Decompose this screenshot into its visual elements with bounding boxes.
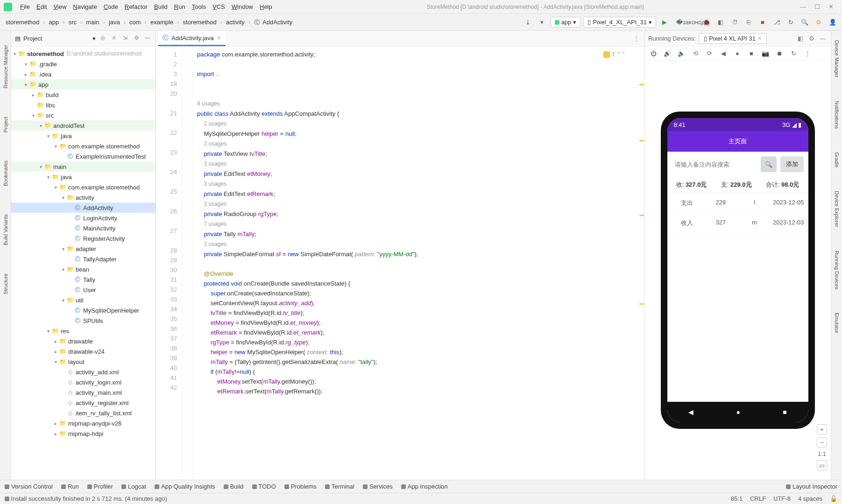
run-icon[interactable]: ▶ bbox=[659, 17, 670, 28]
volume-up-icon[interactable]: 🔊 bbox=[663, 50, 672, 57]
search-input[interactable] bbox=[672, 158, 757, 171]
screenshot-icon[interactable]: 📷 bbox=[761, 50, 770, 57]
tree-item-addactivity[interactable]: ⒸAddActivity bbox=[11, 203, 156, 213]
close-device-icon[interactable]: ✕ bbox=[757, 35, 762, 42]
error-stripe[interactable] bbox=[638, 47, 644, 480]
collapse-icon[interactable]: ⇲ bbox=[121, 35, 129, 43]
add-button[interactable]: 添加 bbox=[780, 156, 804, 172]
tree-item-util[interactable]: ▾📁util bbox=[11, 295, 156, 305]
breadcrumb-item[interactable]: storemethod bbox=[181, 18, 218, 27]
coverage-icon[interactable]: ◧ bbox=[715, 17, 726, 28]
power-icon[interactable]: ⏻ bbox=[649, 50, 658, 57]
rail-gradle[interactable]: Gradle bbox=[834, 152, 840, 168]
code-editor[interactable]: 1 2 3 19 20 21 22 23 24 25 26 27 28 29 3… bbox=[156, 47, 644, 480]
emulator-display[interactable]: 8:41 3G ◢ ▮ 主页面 🔍 添加 收: 327.0元 支: 229.0元 bbox=[644, 61, 831, 480]
tree-item-layout[interactable]: ▾📁layout bbox=[11, 357, 156, 367]
line-ending[interactable]: CRLF bbox=[750, 495, 766, 502]
tree-item-sputils[interactable]: ⒸSPUtils bbox=[11, 315, 156, 326]
hide-icon[interactable]: — bbox=[819, 35, 827, 42]
breadcrumb-item[interactable]: app bbox=[47, 18, 61, 27]
home-icon[interactable]: ● bbox=[733, 50, 742, 57]
tool-run[interactable]: Run bbox=[61, 483, 79, 490]
debug-icon[interactable]: �законода bbox=[687, 17, 698, 28]
tree-item-main[interactable]: ▾📁main bbox=[11, 161, 156, 172]
menu-refactor[interactable]: Refactor bbox=[121, 3, 151, 10]
tool-profiler[interactable]: Profiler bbox=[87, 483, 113, 490]
rail-structure[interactable]: Structure bbox=[3, 273, 8, 294]
search-button[interactable]: 🔍 bbox=[761, 156, 777, 172]
stop-icon[interactable]: ■ bbox=[757, 17, 768, 28]
zoom-in-button[interactable]: + bbox=[817, 424, 827, 434]
tool-app-quality-insights[interactable]: App Quality Insights bbox=[155, 483, 215, 490]
menu-window[interactable]: Window bbox=[228, 3, 256, 10]
menu-build[interactable]: Build bbox=[151, 3, 171, 10]
dropdown-icon[interactable]: ▾ bbox=[92, 35, 96, 42]
rail-resource-manager[interactable]: Resource Manager bbox=[3, 45, 8, 89]
window-mode-icon[interactable]: ◧ bbox=[796, 35, 805, 42]
tool-todo[interactable]: TODO bbox=[252, 483, 276, 490]
rail-device-explorer[interactable]: Device Explorer bbox=[834, 191, 840, 227]
zoom-fit-button[interactable]: ▭ bbox=[817, 460, 827, 470]
profile-icon[interactable]: ⏱ bbox=[729, 17, 740, 28]
caret-position[interactable]: 85:1 bbox=[731, 495, 743, 502]
code-content[interactable]: package com.example.storemethod.activity… bbox=[192, 47, 644, 480]
rail-build-variants[interactable]: Build Variants bbox=[3, 214, 8, 245]
rail-bookmarks[interactable]: Bookmarks bbox=[3, 161, 8, 186]
tree-item-com-example-storemethod[interactable]: ▾📁com.example.storemethod bbox=[11, 141, 156, 151]
indent-setting[interactable]: 4 spaces bbox=[798, 495, 822, 502]
volume-down-icon[interactable]: 🔉 bbox=[677, 50, 686, 57]
tool-problems[interactable]: Problems bbox=[284, 483, 317, 490]
tree-item-activity_login-xml[interactable]: ◇activity_login.xml bbox=[11, 377, 156, 387]
rotate-left-icon[interactable]: ⟲ bbox=[691, 50, 700, 57]
chevron-down-icon[interactable]: ˅ bbox=[622, 49, 625, 59]
tree-item-activity_add-xml[interactable]: ◇activity_add.xml bbox=[11, 367, 156, 377]
tree-item-mainactivity[interactable]: ⒸMainActivity bbox=[11, 223, 156, 233]
gear-icon[interactable]: ⚙ bbox=[132, 35, 141, 43]
editor-tab[interactable]: Ⓒ AddActivity.java ✕ bbox=[158, 31, 226, 46]
tree-item-bean[interactable]: ▾📁bean bbox=[11, 264, 156, 274]
back-icon[interactable]: ◀ bbox=[719, 50, 728, 57]
git-icon[interactable]: ⎇ bbox=[771, 17, 782, 28]
tool-layout-inspector[interactable]: Layout Inspector bbox=[786, 483, 837, 490]
tree-item-activity[interactable]: ▾📁activity bbox=[11, 192, 156, 203]
tool-services[interactable]: Services bbox=[363, 483, 393, 490]
close-icon[interactable]: ✕ bbox=[828, 3, 834, 10]
rail-emulator[interactable]: Emulator bbox=[834, 313, 840, 333]
updates-icon[interactable]: ↻ bbox=[785, 17, 796, 28]
tree-item-androidtest[interactable]: ▾📁androidTest bbox=[11, 120, 156, 131]
tree-item-item_rv_tally_list-xml[interactable]: ◇item_rv_tally_list.xml bbox=[11, 408, 156, 418]
tool-terminal[interactable]: Terminal bbox=[325, 483, 354, 490]
search-icon[interactable]: 🔍 bbox=[799, 17, 810, 28]
tree-item-res[interactable]: ▾📁res bbox=[11, 326, 156, 336]
tree-item--idea[interactable]: ▸📁.idea bbox=[11, 69, 156, 79]
more-icon[interactable]: ⋮ bbox=[803, 50, 812, 57]
nav-overview-icon[interactable]: ■ bbox=[783, 408, 786, 416]
record-icon[interactable]: ⏺ bbox=[775, 50, 784, 57]
tree-item-user[interactable]: ⒸUser bbox=[11, 285, 156, 295]
dropdown-icon[interactable]: ▾ bbox=[537, 17, 548, 28]
breadcrumb-item[interactable]: com bbox=[127, 18, 143, 27]
tree-item-libs[interactable]: 📁libs bbox=[11, 100, 156, 110]
menu-run[interactable]: Run bbox=[171, 3, 189, 10]
user-icon[interactable]: 👤 bbox=[827, 17, 838, 28]
maximize-icon[interactable]: ☐ bbox=[814, 3, 820, 10]
tree-root[interactable]: ▾📁storemethodD:\android studio\storemeth… bbox=[11, 49, 156, 59]
tree-item-com-example-storemethod[interactable]: ▾📁com.example.storemethod bbox=[11, 182, 156, 192]
tally-row[interactable]: 支出229l2023-12-05 bbox=[667, 193, 808, 213]
minimize-icon[interactable]: — bbox=[800, 3, 806, 10]
nav-home-icon[interactable]: ● bbox=[736, 408, 740, 416]
problems-indicator[interactable]: 7 ˄ ˅ bbox=[603, 49, 625, 59]
gear-icon[interactable]: ⚙ bbox=[807, 35, 816, 42]
tree-item-exampleinstrumentedtest[interactable]: ⒸExampleInstrumentedTest bbox=[11, 151, 156, 161]
tree-item-registeractivity[interactable]: ⒸRegisterActivity bbox=[11, 233, 156, 244]
breadcrumb-item[interactable]: example bbox=[149, 18, 175, 27]
tally-row[interactable]: 收入327m2023-12-03 bbox=[667, 213, 808, 233]
tree-item-java[interactable]: ▾📁java bbox=[11, 131, 156, 141]
rail-running-devices[interactable]: Running Devices bbox=[834, 251, 840, 289]
tree-item-app[interactable]: ▾📁app bbox=[11, 79, 156, 90]
tree-item-loginactivity[interactable]: ⒸLoginActivity bbox=[11, 213, 156, 223]
tree-item-drawable[interactable]: ▸📁drawable bbox=[11, 336, 156, 346]
tree-item-drawable-v24[interactable]: ▸📁drawable-v24 bbox=[11, 346, 156, 357]
tree-item-tally[interactable]: ⒸTally bbox=[11, 274, 156, 285]
tree-item-mipmap-hdpi[interactable]: ▸📁mipmap-hdpi bbox=[11, 428, 156, 439]
